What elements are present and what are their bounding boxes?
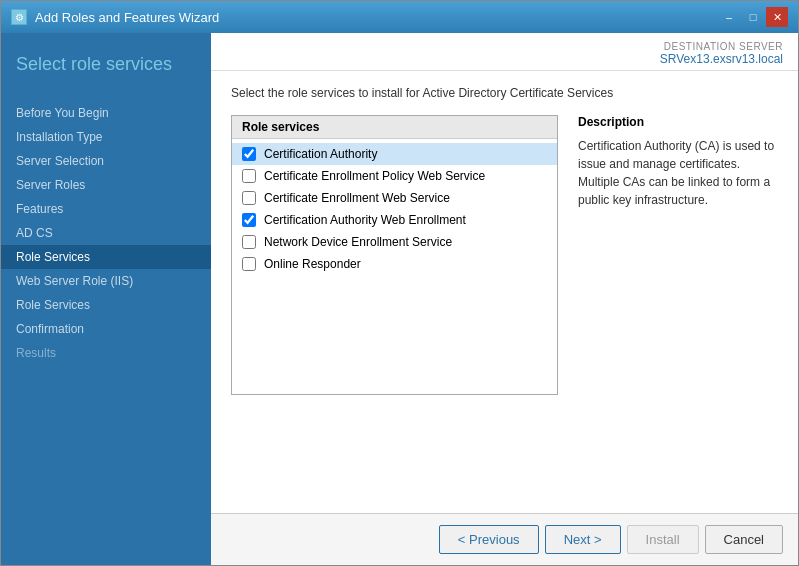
destination-info: DESTINATION SERVER SRVex13.exsrv13.local — [660, 41, 783, 66]
wizard-window: ⚙ Add Roles and Features Wizard – □ ✕ Se… — [0, 0, 799, 566]
service-label: Certification Authority — [264, 147, 547, 161]
minimize-button[interactable]: – — [718, 7, 740, 27]
main-header: DESTINATION SERVER SRVex13.exsrv13.local — [211, 33, 798, 71]
list-item[interactable]: Certificate Enrollment Policy Web Servic… — [232, 165, 557, 187]
sidebar-item-results: Results — [1, 341, 211, 365]
sidebar-item-confirmation[interactable]: Confirmation — [1, 317, 211, 341]
maximize-button[interactable]: □ — [742, 7, 764, 27]
description-header: Description — [578, 115, 778, 129]
cancel-button[interactable]: Cancel — [705, 525, 783, 554]
description-panel: Description Certification Authority (CA)… — [578, 115, 778, 395]
cert-enrollment-policy-checkbox[interactable] — [242, 169, 256, 183]
list-item[interactable]: Online Responder — [232, 253, 557, 275]
title-bar-left: ⚙ Add Roles and Features Wizard — [11, 9, 219, 25]
title-bar: ⚙ Add Roles and Features Wizard – □ ✕ — [1, 1, 798, 33]
window-controls: – □ ✕ — [718, 7, 788, 27]
two-column-layout: Role services Certification Authority Ce… — [231, 115, 778, 395]
sidebar-item-before-you-begin[interactable]: Before You Begin — [1, 101, 211, 125]
ca-web-enrollment-checkbox[interactable] — [242, 213, 256, 227]
list-item[interactable]: Certification Authority Web Enrollment — [232, 209, 557, 231]
service-label: Certificate Enrollment Policy Web Servic… — [264, 169, 547, 183]
sidebar-item-role-services[interactable]: Role Services — [1, 245, 211, 269]
service-label: Network Device Enrollment Service — [264, 235, 547, 249]
sidebar: Select role services Before You Begin In… — [1, 33, 211, 565]
service-label: Online Responder — [264, 257, 547, 271]
sidebar-nav: Before You Begin Installation Type Serve… — [1, 101, 211, 565]
sidebar-header: Select role services — [1, 33, 211, 91]
list-item[interactable]: Network Device Enrollment Service — [232, 231, 557, 253]
previous-button[interactable]: < Previous — [439, 525, 539, 554]
online-responder-checkbox[interactable] — [242, 257, 256, 271]
network-device-enrollment-checkbox[interactable] — [242, 235, 256, 249]
sidebar-item-installation-type[interactable]: Installation Type — [1, 125, 211, 149]
install-button[interactable]: Install — [627, 525, 699, 554]
main-content: Select the role services to install for … — [211, 71, 798, 513]
sidebar-item-role-services-2[interactable]: Role Services — [1, 293, 211, 317]
role-services-header: Role services — [232, 116, 557, 139]
certification-authority-checkbox[interactable] — [242, 147, 256, 161]
sidebar-item-server-roles[interactable]: Server Roles — [1, 173, 211, 197]
app-icon: ⚙ — [11, 9, 27, 25]
sidebar-item-server-selection[interactable]: Server Selection — [1, 149, 211, 173]
list-item[interactable]: Certificate Enrollment Web Service — [232, 187, 557, 209]
service-label: Certificate Enrollment Web Service — [264, 191, 547, 205]
next-button[interactable]: Next > — [545, 525, 621, 554]
description-text: Certification Authority (CA) is used to … — [578, 137, 778, 209]
sidebar-item-features[interactable]: Features — [1, 197, 211, 221]
cert-enrollment-web-checkbox[interactable] — [242, 191, 256, 205]
role-services-list: Certification Authority Certificate Enro… — [232, 139, 557, 279]
close-button[interactable]: ✕ — [766, 7, 788, 27]
sidebar-item-web-server-role[interactable]: Web Server Role (IIS) — [1, 269, 211, 293]
intro-text: Select the role services to install for … — [231, 86, 778, 100]
footer: < Previous Next > Install Cancel — [211, 513, 798, 565]
sidebar-item-adcs[interactable]: AD CS — [1, 221, 211, 245]
destination-server: SRVex13.exsrv13.local — [660, 52, 783, 66]
service-label: Certification Authority Web Enrollment — [264, 213, 547, 227]
role-services-panel: Role services Certification Authority Ce… — [231, 115, 558, 395]
content-area: Select role services Before You Begin In… — [1, 33, 798, 565]
list-item[interactable]: Certification Authority — [232, 143, 557, 165]
main-panel: DESTINATION SERVER SRVex13.exsrv13.local… — [211, 33, 798, 565]
window-title: Add Roles and Features Wizard — [35, 10, 219, 25]
destination-label: DESTINATION SERVER — [660, 41, 783, 52]
